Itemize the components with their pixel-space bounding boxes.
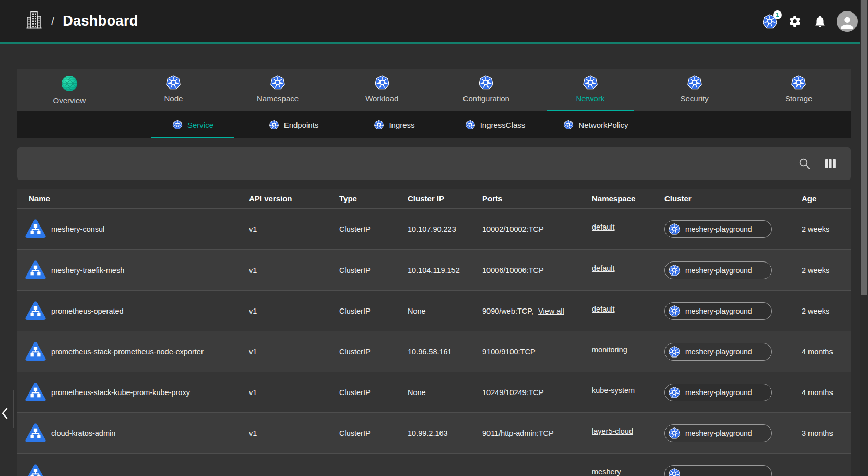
network-subtabs: Service Endpoints Ingress IngressClass N…	[17, 111, 851, 138]
cluster-name: meshery-playground	[685, 388, 752, 397]
column-header-age[interactable]: Age	[802, 189, 851, 208]
selected-subtab-indicator	[151, 137, 234, 138]
service-icon	[25, 341, 46, 362]
age	[802, 454, 851, 476]
api-version: v1	[249, 372, 339, 412]
column-header-namespace[interactable]: Namespace	[592, 189, 664, 208]
cluster-chip[interactable]: meshery-playground	[664, 220, 772, 238]
tab-node[interactable]: Node	[122, 69, 226, 111]
settings-button[interactable]	[787, 13, 803, 30]
namespace-link[interactable]: default	[592, 305, 615, 313]
cluster-chip[interactable]: meshery-playground	[664, 302, 772, 320]
column-header-type[interactable]: Type	[339, 189, 408, 208]
api-version: v1	[249, 291, 339, 331]
service-type: ClusterIP	[339, 291, 408, 331]
subtab-ingress[interactable]: Ingress	[344, 111, 445, 138]
table-row[interactable]: meshery-consul v1 ClusterIP 10.107.90.22…	[17, 209, 851, 249]
subtab-ingressclass[interactable]: IngressClass	[445, 111, 545, 138]
cluster-chip[interactable]: meshery-playground	[664, 343, 772, 361]
column-header-cluster[interactable]: Cluster	[664, 189, 802, 208]
cluster-chip[interactable]: meshery-playground	[664, 261, 772, 279]
services-table: Name API version Type Cluster IP Ports N…	[17, 189, 851, 476]
table-row[interactable]: meshery-traefik-mesh v1 ClusterIP 10.104…	[17, 249, 851, 290]
breadcrumb: / Dashboard	[26, 10, 138, 32]
subtab-networkpolicy[interactable]: NetworkPolicy	[545, 111, 646, 138]
search-button[interactable]	[798, 157, 811, 171]
resource-tabs-card: Overview Node Namespace Workload Configu…	[17, 69, 851, 138]
table-toolbar	[17, 147, 851, 180]
service-name: prometheus-operated	[51, 307, 124, 315]
page-scrollbar	[860, 0, 868, 476]
service-type: ClusterIP	[339, 209, 408, 249]
kubernetes-icon	[172, 120, 183, 130]
namespace-link[interactable]: meshery	[592, 468, 621, 476]
kubernetes-icon	[668, 305, 681, 317]
drawer-collapse-toggle[interactable]	[1, 402, 11, 425]
age: 3 months	[802, 413, 851, 453]
table-row[interactable]: prometheus-operated v1 ClusterIP None 90…	[17, 290, 851, 331]
table-row[interactable]: meshery	[17, 453, 851, 476]
column-header-api-version[interactable]: API version	[249, 189, 339, 208]
api-version: v1	[249, 209, 339, 249]
subtab-endpoints[interactable]: Endpoints	[243, 111, 344, 138]
cluster-chip[interactable]: meshery-playground	[664, 384, 772, 401]
namespace-link[interactable]: kube-system	[592, 386, 635, 395]
service-icon	[25, 423, 46, 444]
ports: 10002/10002:TCP	[482, 225, 544, 233]
kubernetes-icon	[668, 427, 681, 439]
service-name: prometheus-stack-prometheus-node-exporte…	[51, 348, 204, 356]
subtab-service[interactable]: Service	[142, 111, 243, 138]
organization-buildings-icon[interactable]	[26, 10, 42, 32]
breadcrumb-separator: /	[51, 15, 54, 28]
column-header-name[interactable]: Name	[17, 189, 249, 208]
notifications-bell-icon	[813, 15, 827, 28]
ports: 9100/9100:TCP	[482, 348, 536, 356]
namespace-link[interactable]: layer5-cloud	[592, 427, 633, 435]
user-avatar[interactable]	[837, 11, 858, 32]
cluster-ip	[408, 454, 482, 476]
notifications-button[interactable]	[812, 13, 828, 30]
service-type: ClusterIP	[339, 250, 408, 290]
service-icon	[25, 260, 46, 281]
service-type: ClusterIP	[339, 372, 408, 412]
drawer-edge-divider	[13, 390, 14, 428]
column-header-cluster-ip[interactable]: Cluster IP	[408, 189, 482, 208]
cluster-chip[interactable]: meshery-playground	[664, 424, 772, 442]
age: 2 weeks	[802, 291, 851, 331]
api-version: v1	[249, 250, 339, 290]
ports: 10249/10249:TCP	[482, 388, 544, 397]
table-row[interactable]: prometheus-stack-prometheus-node-exporte…	[17, 331, 851, 372]
service-icon	[25, 382, 46, 403]
table-row[interactable]: prometheus-stack-kube-prom-kube-proxy v1…	[17, 372, 851, 412]
kubernetes-icon	[687, 75, 703, 90]
tab-overview[interactable]: Overview	[17, 69, 122, 111]
cluster-name: meshery-playground	[685, 307, 752, 315]
scrollbar-thumb[interactable]	[861, 0, 867, 295]
kubernetes-context-switcher[interactable]: 1	[762, 13, 778, 30]
cluster-name: meshery-playground	[685, 225, 752, 233]
service-name: cloud-kratos-admin	[51, 429, 115, 437]
cluster-name: meshery-playground	[685, 429, 752, 437]
cluster-name: meshery-playground	[685, 348, 752, 356]
cluster-chip[interactable]	[664, 465, 772, 476]
view-columns-button[interactable]	[824, 157, 837, 171]
tab-namespace[interactable]: Namespace	[225, 69, 330, 111]
cluster-ip: 10.96.58.161	[408, 331, 482, 372]
tab-network[interactable]: Network	[538, 69, 643, 111]
namespace-link[interactable]: default	[592, 264, 615, 272]
namespace-link[interactable]: default	[592, 223, 615, 231]
column-header-ports[interactable]: Ports	[482, 189, 592, 208]
service-icon	[25, 301, 46, 322]
api-version	[249, 454, 339, 476]
api-version: v1	[249, 331, 339, 372]
table-row[interactable]: cloud-kratos-admin v1 ClusterIP 10.99.2.…	[17, 412, 851, 453]
namespace-link[interactable]: monitoring	[592, 346, 627, 354]
tab-storage[interactable]: Storage	[746, 69, 851, 111]
service-name: prometheus-stack-kube-prom-kube-proxy	[51, 388, 190, 397]
kubernetes-icon	[374, 120, 384, 130]
view-all-ports-link[interactable]: View all	[538, 307, 564, 315]
tab-configuration[interactable]: Configuration	[434, 69, 539, 111]
ports: 10006/10006:TCP	[482, 266, 544, 275]
tab-workload[interactable]: Workload	[330, 69, 434, 111]
tab-security[interactable]: Security	[643, 69, 747, 111]
